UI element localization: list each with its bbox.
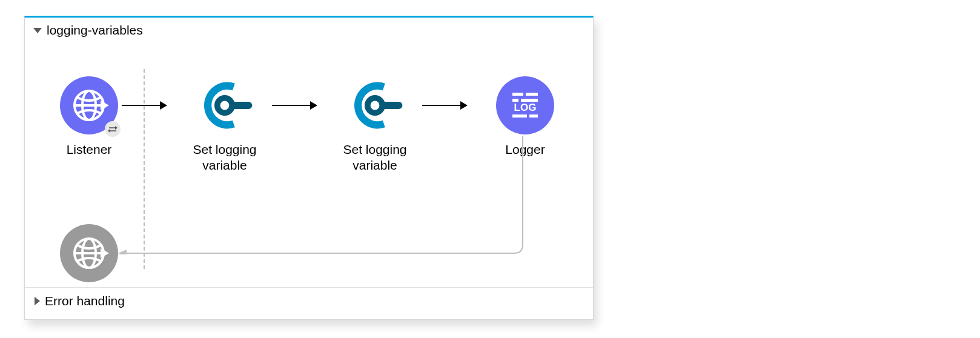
svg-marker-21 [101,248,109,258]
node-response[interactable] [41,224,137,290]
tracing-connector-icon [196,76,254,134]
http-listener-icon [60,76,118,134]
node-logger[interactable]: LOG Logger [477,76,574,157]
svg-text:LOG: LOG [514,102,537,113]
node-label: Listener [41,142,137,157]
flow-header[interactable]: logging-variables [25,18,593,39]
flow-panel: logging-variables [24,16,594,320]
logger-icon: LOG [496,76,554,134]
node-set-variable-1[interactable]: Set logging variable [176,76,273,174]
flow-title: logging-variables [47,24,143,36]
node-listener[interactable]: Listener [41,76,137,157]
svg-rect-15 [512,114,527,118]
tracing-connector-icon [346,76,404,134]
svg-marker-4 [115,126,118,130]
node-label: Set logging variable [326,142,423,174]
chevron-right-icon [35,297,40,305]
source-separator [144,69,145,269]
svg-marker-3 [101,101,109,110]
error-handling-header[interactable]: Error handling [25,287,593,314]
node-set-variable-2[interactable]: Set logging variable [326,76,423,174]
http-listener-icon [60,224,118,282]
chevron-down-icon [33,28,42,33]
flow-canvas: Listener Set logging variable [25,39,593,287]
svg-point-9 [368,98,382,113]
error-handling-title: Error handling [45,294,125,308]
node-label: Logger [477,142,574,157]
flow-arrow [272,105,317,106]
svg-rect-16 [529,114,538,118]
node-label: Set logging variable [176,142,273,174]
exchange-badge-icon [105,121,121,137]
svg-rect-10 [512,93,523,96]
flow-arrow [422,105,467,106]
svg-rect-11 [526,93,538,96]
svg-marker-5 [108,129,110,133]
svg-point-7 [217,98,232,113]
